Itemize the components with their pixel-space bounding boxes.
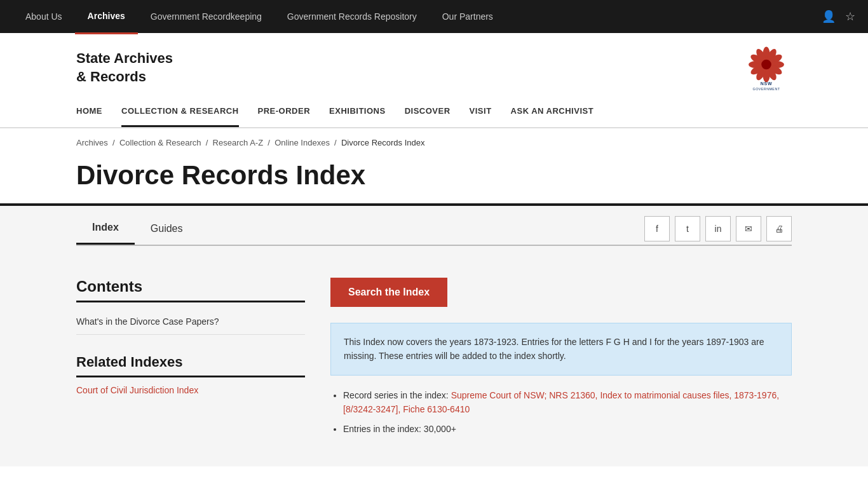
record-series-label: Record series in the index: bbox=[343, 390, 449, 400]
site-logo: State Archives & Records bbox=[76, 50, 173, 86]
linkedin-icon: in bbox=[715, 224, 722, 234]
twitter-icon: t bbox=[686, 224, 689, 234]
share-linkedin[interactable]: in bbox=[705, 216, 731, 241]
breadcrumb-online-indexes[interactable]: Online Indexes bbox=[275, 138, 330, 147]
svg-text:GOVERNMENT: GOVERNMENT bbox=[753, 87, 780, 90]
tab-index[interactable]: Index bbox=[76, 212, 135, 245]
email-icon: ✉ bbox=[745, 224, 752, 234]
nav-discover[interactable]: DISCOVER bbox=[405, 97, 451, 127]
top-nav-gov-records-repo[interactable]: Government Records Repository bbox=[275, 0, 430, 33]
nav-collection-research[interactable]: COLLECTION & RESEARCH bbox=[121, 97, 239, 127]
tabs-bar: Index Guides f t in ✉ 🖨 bbox=[76, 206, 792, 245]
top-nav-about-us[interactable]: About Us bbox=[13, 0, 75, 33]
tab-separator bbox=[76, 245, 792, 246]
print-button[interactable]: 🖨 bbox=[766, 216, 792, 241]
page-title: Divorce Records Index bbox=[0, 157, 868, 206]
breadcrumb-collection-research[interactable]: Collection & Research bbox=[119, 138, 201, 147]
facebook-icon: f bbox=[656, 224, 658, 234]
right-column: Search the Index This Index now covers t… bbox=[330, 278, 792, 441]
breadcrumb-archives[interactable]: Archives bbox=[76, 138, 108, 147]
nsw-government-logo: NSW GOVERNMENT bbox=[741, 46, 792, 90]
record-list: Record series in the index: Supreme Cour… bbox=[330, 388, 792, 436]
share-twitter[interactable]: t bbox=[675, 216, 700, 241]
print-icon: 🖨 bbox=[775, 224, 783, 234]
site-header: State Archives & Records NSW GOVERNMENT bbox=[0, 33, 868, 97]
top-nav-icons: 👤 ☆ bbox=[822, 10, 855, 24]
top-navigation: About Us Archives Government Recordkeepi… bbox=[0, 0, 868, 33]
svg-text:NSW: NSW bbox=[761, 81, 773, 86]
nav-visit[interactable]: VISIT bbox=[470, 97, 492, 127]
nav-home[interactable]: HOME bbox=[76, 97, 102, 127]
tab-guides[interactable]: Guides bbox=[135, 212, 199, 245]
user-icon[interactable]: 👤 bbox=[822, 10, 836, 24]
related-indexes-heading: Related Indexes bbox=[76, 354, 305, 377]
contents-heading: Contents bbox=[76, 278, 305, 302]
breadcrumb: Archives / Collection & Research / Resea… bbox=[0, 128, 868, 157]
main-navigation: HOME COLLECTION & RESEARCH PRE-ORDER EXH… bbox=[0, 97, 868, 128]
nav-exhibitions[interactable]: EXHIBITIONS bbox=[329, 97, 386, 127]
related-link-civil[interactable]: Court of Civil Jurisdiction Index bbox=[76, 385, 305, 395]
svg-point-12 bbox=[761, 60, 771, 70]
nav-pre-order[interactable]: PRE-ORDER bbox=[258, 97, 311, 127]
record-list-item: Record series in the index: Supreme Cour… bbox=[343, 388, 792, 417]
entries-label: Entries in the index: 30,000+ bbox=[343, 424, 456, 434]
contents-link-divorce[interactable]: What's in the Divorce Case Papers? bbox=[76, 309, 305, 335]
left-column: Contents What's in the Divorce Case Pape… bbox=[76, 278, 305, 441]
share-icons: f t in ✉ 🖨 bbox=[644, 210, 792, 241]
entries-count-item: Entries in the index: 30,000+ bbox=[343, 422, 792, 436]
info-box: This Index now covers the years 1873-192… bbox=[330, 323, 792, 376]
top-nav-our-partners[interactable]: Our Partners bbox=[430, 0, 506, 33]
nav-ask-archivist[interactable]: ASK AN ARCHIVIST bbox=[511, 97, 594, 127]
breadcrumb-current: Divorce Records Index bbox=[341, 138, 425, 147]
top-nav-links: About Us Archives Government Recordkeepi… bbox=[13, 0, 506, 34]
tabs: Index Guides bbox=[76, 212, 199, 245]
star-icon[interactable]: ☆ bbox=[845, 10, 855, 24]
content-area: Index Guides f t in ✉ 🖨 Contents bbox=[0, 206, 868, 466]
main-content: Contents What's in the Divorce Case Pape… bbox=[76, 265, 792, 441]
top-nav-gov-recordkeeping[interactable]: Government Recordkeeping bbox=[138, 0, 275, 33]
search-index-button[interactable]: Search the Index bbox=[330, 278, 447, 307]
breadcrumb-research-az[interactable]: Research A-Z bbox=[213, 138, 263, 147]
top-nav-archives[interactable]: Archives bbox=[75, 0, 138, 34]
share-email[interactable]: ✉ bbox=[736, 216, 761, 241]
share-facebook[interactable]: f bbox=[644, 216, 670, 241]
